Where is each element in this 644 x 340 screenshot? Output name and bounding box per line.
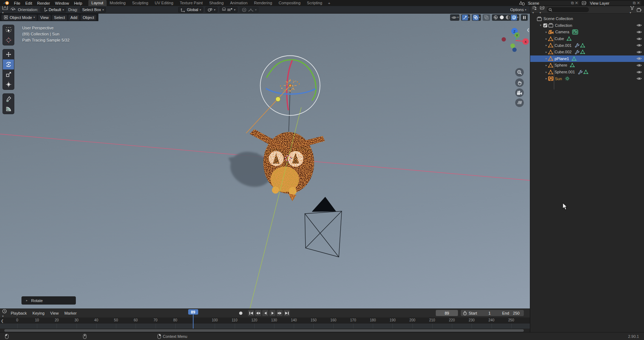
outliner-item-name[interactable]: Sphere — [555, 63, 567, 67]
outliner-item-name[interactable]: Camera — [555, 30, 569, 34]
tool-measure-button[interactable] — [3, 104, 14, 114]
remove-view-layer-icon[interactable]: ✕ — [637, 1, 640, 5]
operator-panel-rotate[interactable]: ▸ Rotate — [21, 296, 76, 305]
tool-select-box-button[interactable] — [3, 25, 14, 35]
workspace-tab-shading[interactable]: Shading — [206, 0, 227, 6]
hide-eye-icon[interactable] — [636, 30, 642, 34]
outliner-item-name[interactable]: Scene Collection — [543, 16, 573, 21]
outliner-item-name[interactable]: Cube.002 — [555, 50, 572, 54]
tool-cursor-button[interactable] — [3, 35, 14, 45]
collection-checkbox[interactable] — [543, 23, 547, 28]
proportional-editing-toggle[interactable]: ▾ — [240, 7, 259, 13]
menu-render[interactable]: Render — [35, 1, 53, 6]
camera-view-button[interactable] — [515, 88, 524, 97]
play-button[interactable] — [269, 310, 275, 316]
menu-file[interactable]: File — [11, 1, 23, 6]
hide-eye-icon[interactable] — [636, 63, 642, 67]
outliner-item-name[interactable]: Sphere.001 — [555, 70, 575, 74]
editor-type-outliner-button[interactable]: ▾ — [532, 5, 538, 14]
outliner-item-name[interactable]: pPlane1 — [555, 57, 569, 61]
editor-type-timeline-button[interactable]: ▾ — [2, 309, 7, 318]
jump-to-start-button[interactable] — [248, 310, 254, 316]
xray-toggle-icon[interactable] — [483, 15, 489, 20]
new-scene-icon[interactable]: ⧉ — [571, 1, 574, 5]
shading-material-icon[interactable] — [505, 15, 511, 20]
workspace-tab-uv-editing[interactable]: UV Editing — [151, 0, 176, 6]
outliner-row-sun[interactable]: ▸Sun — [530, 75, 644, 82]
workspace-tab-sculpting[interactable]: Sculpting — [129, 0, 151, 6]
orthographic-toggle-button[interactable] — [515, 98, 524, 107]
gizmos-toggle-icon[interactable] — [462, 15, 468, 20]
record-button[interactable] — [238, 310, 244, 316]
transform-orientation-dropdown[interactable]: Global ▾ — [178, 7, 203, 13]
scrollbar-handle[interactable] — [4, 329, 524, 332]
disclosure-right-icon[interactable]: ▸ — [545, 64, 548, 67]
outliner-row-scene-collection[interactable]: Scene Collection — [530, 15, 644, 22]
region-toggle-arrow[interactable]: ❮ — [1, 319, 4, 323]
editor-type-button[interactable]: ▾ — [2, 5, 8, 14]
tool-annotate-button[interactable] — [3, 94, 14, 104]
disclosure-right-icon[interactable]: ▸ — [545, 77, 548, 80]
frame-range-cluster[interactable]: Start 1 End 250 — [461, 310, 524, 316]
outliner-display-mode-button[interactable]: ▾ — [540, 5, 545, 14]
options-dropdown[interactable]: Options ▾ — [510, 8, 526, 12]
outliner-item-name[interactable]: Cube.001 — [555, 43, 572, 48]
start-value[interactable]: 1 — [479, 311, 500, 315]
mesh-data-icon[interactable] — [567, 37, 571, 41]
shading-wireframe-icon[interactable] — [493, 15, 499, 20]
workspace-tab-animation[interactable]: Animation — [227, 0, 251, 6]
current-frame-field[interactable]: 89 — [436, 310, 458, 316]
outliner-item-name[interactable]: Collection — [555, 23, 572, 28]
new-view-layer-icon[interactable]: ⧉ — [633, 1, 636, 5]
mesh-data-icon[interactable] — [584, 70, 588, 74]
viewport-menu-view[interactable]: View — [38, 15, 51, 20]
hide-eye-icon[interactable] — [636, 37, 642, 41]
viewport-menu-object[interactable]: Object — [80, 15, 96, 20]
workspace-tab-layout[interactable]: Layout — [88, 0, 107, 6]
mesh-data-icon[interactable] — [572, 57, 576, 61]
shading-rendered-icon[interactable] — [511, 15, 517, 20]
hide-eye-icon[interactable] — [636, 43, 642, 47]
timeline-menu-marker[interactable]: Marker — [62, 311, 79, 316]
tool-scale-button[interactable] — [3, 69, 14, 79]
camera-data-icon[interactable] — [572, 29, 578, 35]
shading-solid-icon[interactable] — [499, 15, 505, 20]
disclosure-right-icon[interactable]: ▸ — [545, 57, 548, 60]
hide-eye-icon[interactable] — [636, 23, 642, 27]
hide-eye-icon[interactable] — [636, 77, 642, 81]
3d-viewport[interactable]: Object Mode ▾ ViewSelectAddObject ▾▾▾▾ U… — [0, 14, 530, 309]
outliner-row-sphere[interactable]: ▸Sphere — [530, 62, 644, 69]
outliner-row-pplane1[interactable]: ▸pPlane1 — [530, 55, 644, 62]
new-collection-button[interactable] — [636, 8, 642, 12]
workspace-tab-compositing[interactable]: Compositing — [275, 0, 304, 6]
hide-eye-icon[interactable] — [636, 50, 642, 54]
menu-edit[interactable]: Edit — [23, 1, 35, 6]
modifier-icon[interactable] — [575, 50, 579, 54]
workspace-tab-texture-paint[interactable]: Texture Paint — [176, 0, 206, 6]
filter-funnel-button[interactable]: ▾ — [630, 5, 635, 14]
timeline-menu-playback[interactable]: Playback — [8, 311, 29, 316]
scene-selector[interactable]: Scene ⧉ ✕ — [526, 0, 580, 6]
tool-rotate-button[interactable] — [3, 59, 14, 69]
outliner-search-input[interactable] — [547, 7, 589, 12]
outliner-row-cube-001[interactable]: ▸Cube.001 — [530, 42, 644, 49]
outliner-row-cube-002[interactable]: ▸Cube.002 — [530, 49, 644, 55]
timeline-channel-strip[interactable] — [0, 324, 530, 329]
viewport-menu-select[interactable]: Select — [52, 15, 67, 20]
unlink-scene-icon[interactable]: ✕ — [575, 1, 578, 5]
modifier-icon[interactable] — [575, 43, 579, 48]
drag-dropdown[interactable]: Select Box ▾ — [80, 7, 106, 13]
view-layer-selector[interactable]: View Layer ⧉ ✕ — [588, 0, 642, 6]
overlays-toggle-icon[interactable] — [473, 15, 479, 20]
disclosure-right-icon[interactable]: ▸ — [545, 71, 548, 74]
tool-move-button[interactable] — [3, 49, 14, 59]
outliner-item-name[interactable]: Sun — [555, 77, 562, 81]
end-value[interactable]: 250 — [511, 311, 522, 315]
mesh-data-icon[interactable] — [570, 63, 575, 67]
timeline-menu-view[interactable]: View — [48, 311, 61, 316]
previous-frame-button[interactable] — [262, 310, 268, 316]
sun-data-icon[interactable] — [565, 76, 570, 81]
disclosure-down-icon[interactable]: ▾ — [539, 24, 542, 27]
mesh-data-icon[interactable] — [580, 50, 585, 54]
zoom-button[interactable] — [515, 68, 524, 77]
